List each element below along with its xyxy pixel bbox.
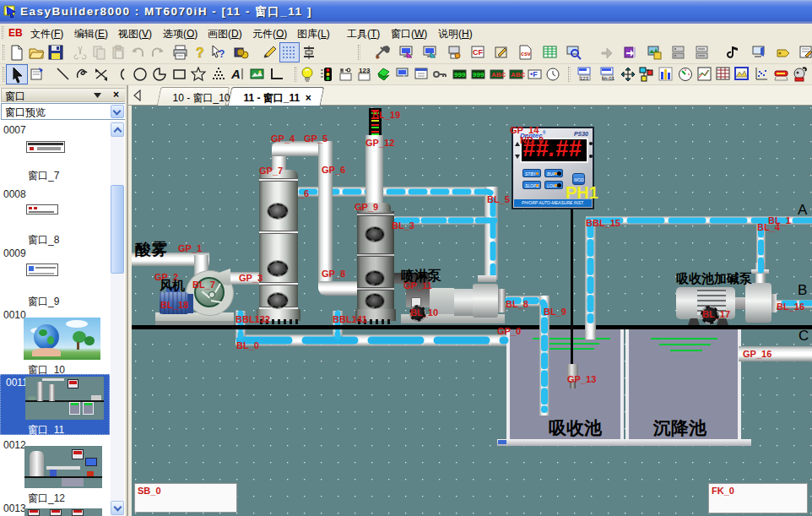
svg-text:?: ? xyxy=(219,48,225,60)
svg-text:csv: csv xyxy=(521,51,531,57)
svg-text:123: 123 xyxy=(359,67,371,74)
svg-text:hh:01: hh:01 xyxy=(602,76,615,81)
svg-text:A: A xyxy=(230,67,241,81)
svg-text:CF: CF xyxy=(473,48,483,57)
svg-text:ABC: ABC xyxy=(491,71,506,79)
svg-text:999: 999 xyxy=(454,71,466,79)
svg-text:•F: •F xyxy=(530,70,538,79)
svg-text:123: 123 xyxy=(580,76,589,81)
svg-text:?: ? xyxy=(196,46,204,60)
svg-text:ABC: ABC xyxy=(511,71,526,79)
svg-text:999: 999 xyxy=(473,71,484,79)
